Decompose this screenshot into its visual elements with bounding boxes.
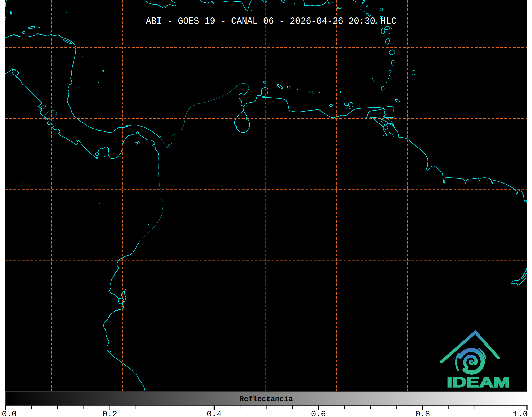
svg-text:Reflectancia: Reflectancia [239,395,293,403]
svg-text:0.8: 0.8 [415,410,430,417]
svg-text:ABI - GOES 19 - CANAL 06 - 202: ABI - GOES 19 - CANAL 06 - 2026-04-26 20… [146,16,397,27]
svg-text:0.2: 0.2 [102,410,117,417]
svg-text:0.4: 0.4 [207,410,221,417]
svg-text:1.0: 1.0 [513,410,528,417]
svg-text:0.6: 0.6 [311,410,326,417]
svg-text:IDEAM: IDEAM [447,374,510,390]
svg-text:0.0: 0.0 [2,410,17,417]
